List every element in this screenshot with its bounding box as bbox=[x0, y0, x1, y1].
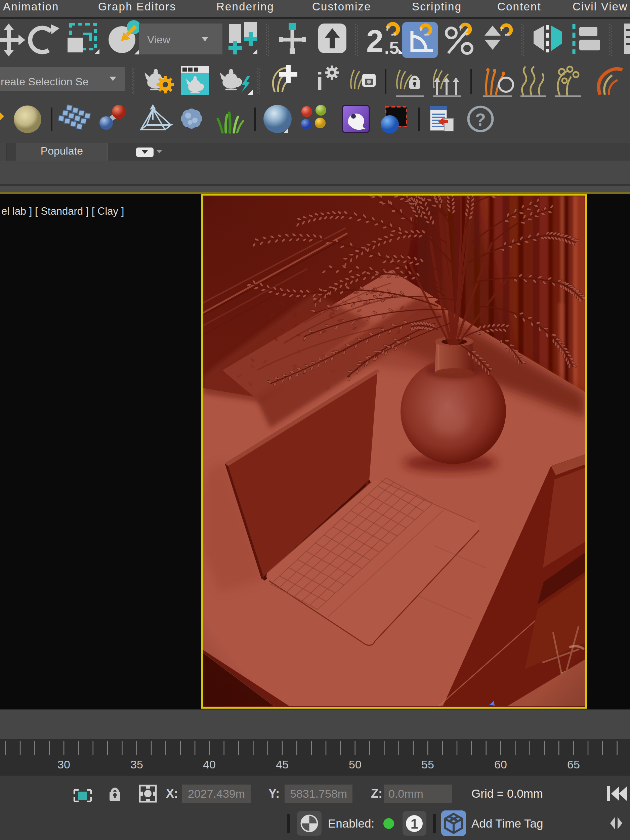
svg-text:X:: X: bbox=[166, 786, 178, 801]
svg-text:.5: .5 bbox=[384, 38, 399, 57]
svg-text:50: 50 bbox=[349, 758, 362, 771]
svg-text:reate Selection Se: reate Selection Se bbox=[1, 76, 89, 88]
svg-text:60: 60 bbox=[494, 758, 507, 771]
svg-text:30: 30 bbox=[57, 758, 70, 771]
svg-text:i: i bbox=[316, 68, 323, 95]
svg-text:View: View bbox=[147, 33, 171, 46]
svg-text:2: 2 bbox=[366, 24, 384, 58]
svg-text:Grid = 0.0mm: Grid = 0.0mm bbox=[471, 787, 543, 800]
svg-text:?: ? bbox=[475, 110, 486, 129]
svg-text:65: 65 bbox=[567, 758, 580, 771]
svg-text:Add Time Tag: Add Time Tag bbox=[471, 817, 543, 830]
svg-text:Z:: Z: bbox=[371, 786, 382, 801]
svg-text:45: 45 bbox=[276, 758, 289, 771]
svg-text:Y:: Y: bbox=[268, 786, 279, 801]
svg-text:40: 40 bbox=[203, 758, 216, 771]
svg-text:Enabled:: Enabled: bbox=[328, 817, 374, 830]
svg-text:1: 1 bbox=[411, 816, 418, 831]
svg-text:55: 55 bbox=[422, 758, 434, 771]
svg-text:35: 35 bbox=[130, 758, 143, 771]
